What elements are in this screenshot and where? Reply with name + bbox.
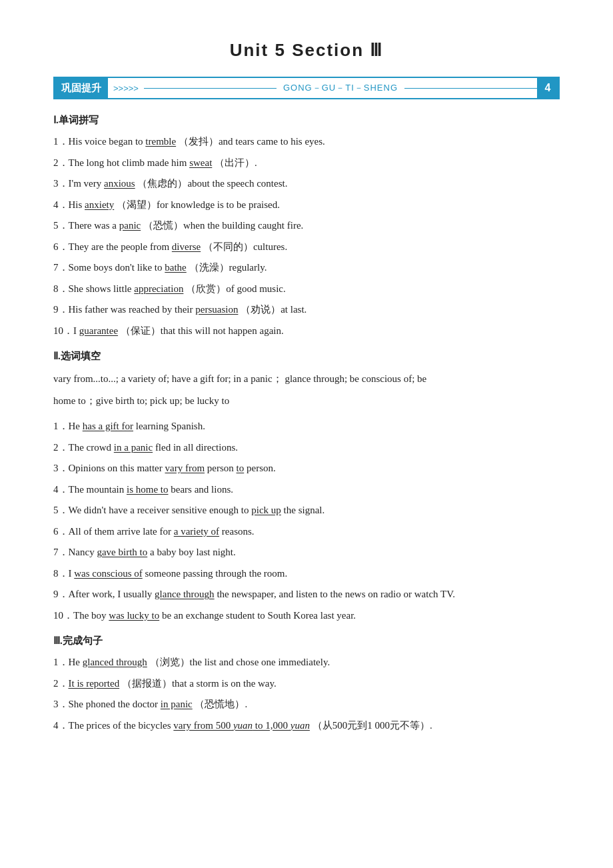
item-num: 3． <box>53 178 69 189</box>
phrase-line1: vary from...to...; a variety of; have a … <box>53 369 560 389</box>
item-after: someone passing through the room. <box>145 568 287 579</box>
item-before: He <box>69 421 81 431</box>
section3-title: Ⅲ.完成句子 <box>53 635 560 647</box>
item-mid: person <box>207 463 234 473</box>
item-after: （恐慌地）. <box>195 699 247 709</box>
item-answer: It is reported <box>69 678 120 689</box>
item-num: 6． <box>53 241 69 252</box>
item-answer2: to <box>237 463 245 473</box>
item-before: The mountain <box>69 484 125 495</box>
item-num: 4． <box>53 199 69 210</box>
item-answer: was lucky to <box>109 610 159 621</box>
section1-item-5: 5．There was a panic （恐慌）when the buildin… <box>53 217 560 235</box>
item-answer: was conscious of <box>74 568 142 579</box>
item-answer: in panic <box>161 699 193 709</box>
section1: Ⅰ.单词拼写 1．His voice began to tremble （发抖）… <box>53 114 560 339</box>
section1-item-4: 4．His anxiety （渴望）for knowledge is to be… <box>53 197 560 214</box>
item-after: fled in all directions. <box>155 442 238 453</box>
section1-item-8: 8．She shows little appreciation （欣赏）of g… <box>53 281 560 298</box>
item-after: bears and lions. <box>171 484 233 495</box>
item-after: （从500元到1 000元不等）. <box>312 720 432 731</box>
section2: Ⅱ.选词填空 vary from...to...; a variety of; … <box>53 350 560 624</box>
item-before: The boy <box>73 610 107 621</box>
item-before: Nancy <box>69 547 95 557</box>
item-answer: is home to <box>127 484 169 495</box>
item-num: 4． <box>53 484 69 495</box>
item-after: （恐慌）when the building caught fire. <box>143 220 303 231</box>
item-num: 1． <box>53 136 69 147</box>
item-num: 2． <box>53 157 69 168</box>
section2-item-2: 2．The crowd in a panic fled in all direc… <box>53 439 560 457</box>
item-answer: bathe <box>165 262 186 273</box>
item-before: I <box>69 568 72 579</box>
phrase-line2: home to；give birth to; pick up; be lucky… <box>53 391 560 411</box>
item-answer: in a panic <box>114 442 153 453</box>
item-before: His father was reached by their <box>69 304 193 315</box>
section2-list: 1．He has a gift for learning Spanish.2．T… <box>53 418 560 624</box>
section2-item-4: 4．The mountain is home to bears and lion… <box>53 481 560 499</box>
item-num: 5． <box>53 505 69 515</box>
section2-item-5: 5．We didn't have a receiver sensitive en… <box>53 502 560 519</box>
section2-item-1: 1．He has a gift for learning Spanish. <box>53 418 560 435</box>
banner-number: 4 <box>537 78 558 98</box>
item-after: （发抖）and tears came to his eyes. <box>179 136 325 147</box>
item-before: There was a <box>69 220 117 231</box>
item-before: The prices of the bicycles <box>69 720 171 731</box>
item-num: 5． <box>53 220 69 231</box>
item-before: The long hot climb made him <box>69 157 187 168</box>
item-num: 6． <box>53 526 69 537</box>
section2-item-8: 8．I was conscious of someone passing thr… <box>53 565 560 583</box>
item-after: （劝说）at last. <box>241 304 306 315</box>
item-answer: guarantee <box>79 325 118 336</box>
banner-line <box>144 88 277 89</box>
item-num: 8． <box>53 283 69 294</box>
item-after: learning Spanish. <box>136 421 205 431</box>
section1-title: Ⅰ.单词拼写 <box>53 114 560 127</box>
item-num: 3． <box>53 463 69 473</box>
section1-item-3: 3．I'm very anxious （焦虑的）about the speech… <box>53 175 560 193</box>
item-after: （浏览）the list and chose one immediately. <box>150 657 330 667</box>
section1-item-10: 10．I guarantee （保证）that this will not ha… <box>53 323 560 340</box>
section1-item-6: 6．They are the people from diverse （不同的）… <box>53 239 560 256</box>
item-num: 8． <box>53 568 69 579</box>
section-banner: 巩固提升 >>>>> GONG－GU－TI－SHENG 4 <box>53 77 560 99</box>
item-answer: gave birth to <box>97 547 147 557</box>
section1-item-9: 9．His father was reached by their persua… <box>53 301 560 319</box>
item-after: a baby boy last night. <box>150 547 236 557</box>
banner-center-text: GONG－GU－TI－SHENG <box>277 82 404 94</box>
item-answer: sweat <box>189 157 212 168</box>
item-before: His <box>69 199 83 210</box>
section3-list: 1．He glanced through （浏览）the list and ch… <box>53 654 560 734</box>
banner-left-label: 巩固提升 <box>55 78 108 98</box>
item-before: His voice began to <box>69 136 143 147</box>
item-before: She shows little <box>69 283 132 294</box>
item-answer: glance through <box>155 589 215 599</box>
item-answer: vary from <box>165 463 205 473</box>
item-answer: a variety of <box>174 526 219 537</box>
item-after: （不同的）cultures. <box>203 241 287 252</box>
item-after: reasons. <box>222 526 255 537</box>
item-after: （据报道）that a storm is on the way. <box>122 678 277 689</box>
section1-item-2: 2．The long hot climb made him sweat （出汗）… <box>53 155 560 172</box>
item-after: the newspaper, and listen to the news on… <box>217 589 455 599</box>
section3-item-2: 2．It is reported （据报道）that a storm is on… <box>53 675 560 693</box>
item-before: She phoned the doctor <box>69 699 159 709</box>
item-answer: anxious <box>104 178 135 189</box>
item-after: （渴望）for knowledge is to be praised. <box>117 199 280 210</box>
item-answer: panic <box>119 220 141 231</box>
item-before: All of them arrive late for <box>69 526 172 537</box>
item-num: 9． <box>53 304 69 315</box>
item-before: The crowd <box>69 442 112 453</box>
item-after: （欣赏）of good music. <box>186 283 286 294</box>
item-before: Some boys don't like to <box>69 262 163 273</box>
item-answer: anxiety <box>85 199 114 210</box>
section3-item-1: 1．He glanced through （浏览）the list and ch… <box>53 654 560 671</box>
section2-item-9: 9．After work, I usually glance through t… <box>53 586 560 603</box>
item-num: 9． <box>53 589 69 599</box>
banner-line2 <box>404 88 537 89</box>
item-num: 3． <box>53 699 69 709</box>
item-before: I'm very <box>69 178 102 189</box>
item-before: After work, I usually <box>69 589 153 599</box>
item-num: 1． <box>53 657 69 667</box>
item-num: 7． <box>53 262 69 273</box>
